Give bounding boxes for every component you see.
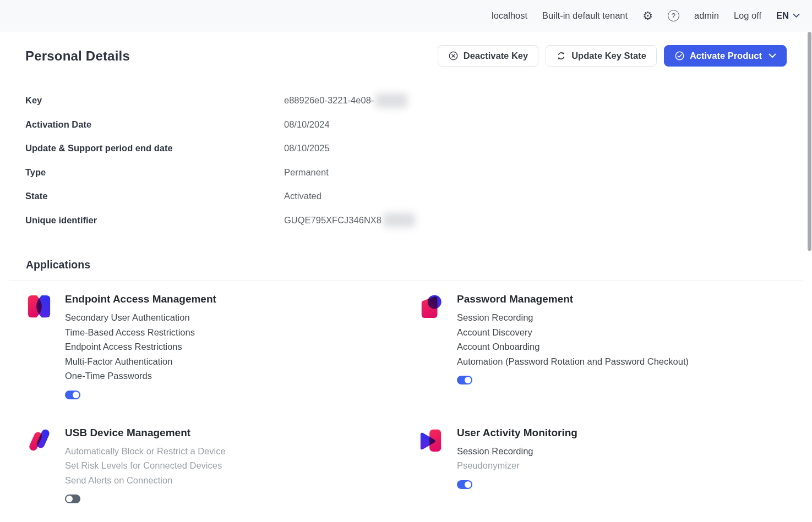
toggle-knob (465, 481, 471, 488)
app-card-user-activity-monitoring: User Activity Monitoring Session Recordi… (418, 427, 795, 504)
feature-item: One-Time Passwords (65, 369, 216, 383)
password-management-logo-icon (418, 293, 444, 320)
update-key-state-label: Update Key State (571, 51, 646, 61)
feature-item: Account Onboarding (457, 339, 689, 354)
language-selector[interactable]: EN (776, 10, 800, 21)
redacted-blur (383, 213, 415, 227)
update-key-state-button[interactable]: Update Key State (546, 45, 657, 67)
usb-device-management-logo-icon (26, 427, 52, 453)
toggle-knob (66, 496, 73, 502)
detail-row-key: Key e88926e0-3221-4e08- (25, 89, 787, 113)
activate-product-label: Activate Product (690, 51, 762, 61)
tenant-label: Built-in default tenant (542, 10, 628, 21)
feature-item: Session Recording (457, 310, 689, 325)
page-title: Personal Details (25, 48, 130, 64)
state-value: Activated (284, 191, 321, 201)
applications-grid: Endpoint Access Management Secondary Use… (0, 281, 812, 503)
detail-row-support-end-date: Update & Support period end date 08/10/2… (25, 136, 787, 161)
usb-device-management-toggle[interactable] (65, 494, 80, 503)
settings-gear-icon[interactable]: ⚙ (642, 10, 653, 21)
detail-label: Activation Date (25, 119, 284, 130)
password-management-toggle[interactable] (457, 376, 472, 384)
detail-label: Update & Support period end date (25, 143, 284, 153)
refresh-icon (556, 51, 566, 61)
detail-label: Key (25, 95, 284, 106)
feature-item: Automation (Password Rotation and Passwo… (457, 354, 689, 369)
deactivate-key-label: Deactivate Key (464, 51, 528, 61)
unique-identifier-value: GUQE795XFCJ346NX8 (284, 213, 415, 227)
detail-label: Unique identifier (25, 215, 284, 226)
app-title: User Activity Monitoring (457, 427, 577, 439)
detail-row-unique-identifier: Unique identifier GUQE795XFCJ346NX8 (25, 208, 787, 233)
toggle-knob (465, 377, 471, 383)
endpoint-access-management-toggle[interactable] (65, 391, 80, 399)
feature-item: Account Discovery (457, 325, 689, 340)
header-actions: Deactivate Key Update Key State Activate… (438, 45, 787, 67)
activate-product-button[interactable]: Activate Product (664, 45, 787, 67)
app-title: Password Management (457, 293, 689, 305)
feature-item: Send Alerts on Connection (65, 473, 226, 488)
endpoint-access-management-logo-icon (26, 293, 52, 320)
toggle-knob (73, 392, 79, 398)
app-card-password-management: Password Management Session Recording Ac… (418, 293, 795, 399)
feature-item: Session Recording (457, 444, 577, 459)
activation-date-value: 08/10/2024 (284, 119, 330, 130)
app-card-endpoint-access-management: Endpoint Access Management Secondary Use… (26, 293, 418, 399)
user-label: admin (694, 10, 719, 21)
app-title: Endpoint Access Management (65, 293, 216, 305)
feature-item: Time-Based Access Restrictions (65, 325, 216, 340)
chevron-down-icon (793, 13, 800, 18)
feature-item: Endpoint Access Restrictions (65, 339, 216, 354)
user-activity-monitoring-toggle[interactable] (457, 480, 472, 489)
detail-row-activation-date: Activation Date 08/10/2024 (25, 113, 787, 137)
host-label: localhost (492, 10, 527, 21)
app-title: USB Device Management (65, 427, 226, 439)
feature-item: Set Risk Levels for Connected Devices (65, 458, 226, 473)
type-value: Permanent (284, 167, 329, 178)
support-end-date-value: 08/10/2025 (284, 143, 330, 153)
page-header: Personal Details Deactivate Key Update K… (0, 45, 812, 67)
detail-label: State (25, 191, 284, 201)
license-details: Key e88926e0-3221-4e08- Activation Date … (0, 89, 812, 232)
scrollbar-track (807, 31, 812, 522)
check-circle-icon (674, 51, 685, 61)
feature-item: Multi-Factor Authentication (65, 354, 216, 369)
detail-row-state: State Activated (25, 184, 787, 208)
feature-item: Secondary User Authentication (65, 310, 216, 325)
detail-label: Type (25, 167, 284, 178)
log-off-link[interactable]: Log off (734, 10, 761, 21)
key-value: e88926e0-3221-4e08- (284, 94, 407, 108)
app-card-usb-device-management: USB Device Management Automatically Bloc… (26, 427, 418, 504)
cancel-circle-icon (448, 51, 459, 61)
user-activity-monitoring-logo-icon (418, 427, 444, 453)
applications-heading: Applications (0, 259, 812, 271)
feature-item: Automatically Block or Restrict a Device (65, 444, 226, 459)
feature-item: Pseudonymizer (457, 458, 577, 473)
detail-row-type: Type Permanent (25, 161, 787, 185)
redacted-blur (375, 94, 407, 108)
topbar: localhost Built-in default tenant ⚙ ? ad… (0, 0, 812, 31)
chevron-down-icon (769, 53, 776, 58)
deactivate-key-button[interactable]: Deactivate Key (438, 45, 538, 67)
help-icon[interactable]: ? (668, 10, 679, 21)
language-label: EN (776, 10, 789, 21)
scrollbar-thumb[interactable] (808, 32, 811, 251)
